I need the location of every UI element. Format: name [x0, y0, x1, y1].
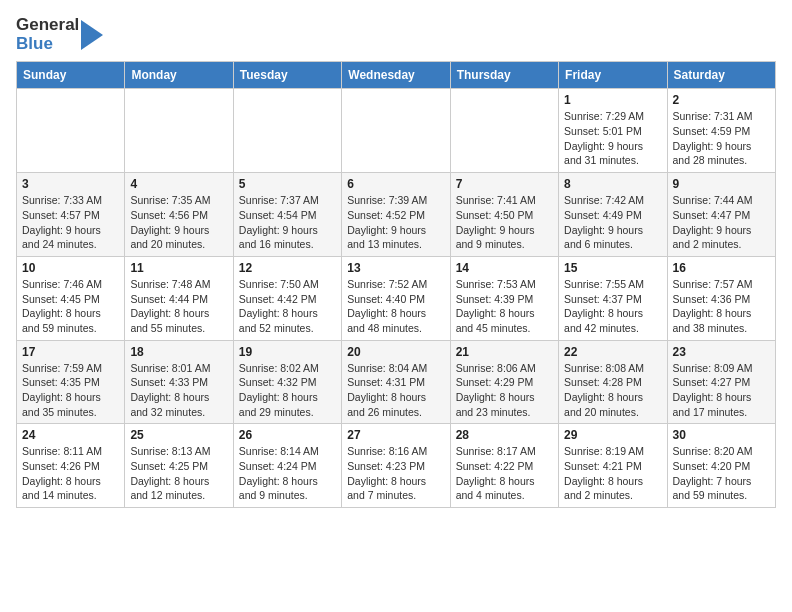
calendar-cell: 14Sunrise: 7:53 AMSunset: 4:39 PMDayligh… — [450, 256, 558, 340]
day-info: Sunrise: 8:09 AMSunset: 4:27 PMDaylight:… — [673, 361, 770, 420]
logo-arrow-icon — [81, 20, 103, 50]
weekday-header-row: SundayMondayTuesdayWednesdayThursdayFrid… — [17, 62, 776, 89]
day-number: 21 — [456, 345, 553, 359]
day-number: 5 — [239, 177, 336, 191]
calendar-cell: 4Sunrise: 7:35 AMSunset: 4:56 PMDaylight… — [125, 173, 233, 257]
day-info: Sunrise: 8:20 AMSunset: 4:20 PMDaylight:… — [673, 444, 770, 503]
day-info: Sunrise: 7:37 AMSunset: 4:54 PMDaylight:… — [239, 193, 336, 252]
logo-row: General Blue — [16, 16, 103, 53]
calendar-cell: 7Sunrise: 7:41 AMSunset: 4:50 PMDaylight… — [450, 173, 558, 257]
calendar-cell: 25Sunrise: 8:13 AMSunset: 4:25 PMDayligh… — [125, 424, 233, 508]
day-number: 7 — [456, 177, 553, 191]
weekday-header-saturday: Saturday — [667, 62, 775, 89]
day-info: Sunrise: 7:57 AMSunset: 4:36 PMDaylight:… — [673, 277, 770, 336]
logo-blue-text: Blue — [16, 35, 53, 54]
day-info: Sunrise: 8:14 AMSunset: 4:24 PMDaylight:… — [239, 444, 336, 503]
calendar-cell: 11Sunrise: 7:48 AMSunset: 4:44 PMDayligh… — [125, 256, 233, 340]
calendar-cell: 1Sunrise: 7:29 AMSunset: 5:01 PMDaylight… — [559, 89, 667, 173]
day-info: Sunrise: 8:06 AMSunset: 4:29 PMDaylight:… — [456, 361, 553, 420]
day-info: Sunrise: 7:41 AMSunset: 4:50 PMDaylight:… — [456, 193, 553, 252]
day-info: Sunrise: 7:31 AMSunset: 4:59 PMDaylight:… — [673, 109, 770, 168]
calendar-cell: 29Sunrise: 8:19 AMSunset: 4:21 PMDayligh… — [559, 424, 667, 508]
calendar-cell — [450, 89, 558, 173]
calendar-cell: 16Sunrise: 7:57 AMSunset: 4:36 PMDayligh… — [667, 256, 775, 340]
day-number: 30 — [673, 428, 770, 442]
calendar-table: SundayMondayTuesdayWednesdayThursdayFrid… — [16, 61, 776, 508]
calendar-cell: 24Sunrise: 8:11 AMSunset: 4:26 PMDayligh… — [17, 424, 125, 508]
calendar-cell: 3Sunrise: 7:33 AMSunset: 4:57 PMDaylight… — [17, 173, 125, 257]
day-number: 29 — [564, 428, 661, 442]
weekday-header-thursday: Thursday — [450, 62, 558, 89]
day-info: Sunrise: 7:29 AMSunset: 5:01 PMDaylight:… — [564, 109, 661, 168]
day-info: Sunrise: 7:52 AMSunset: 4:40 PMDaylight:… — [347, 277, 444, 336]
calendar-cell — [125, 89, 233, 173]
day-info: Sunrise: 7:42 AMSunset: 4:49 PMDaylight:… — [564, 193, 661, 252]
day-number: 16 — [673, 261, 770, 275]
day-number: 6 — [347, 177, 444, 191]
day-info: Sunrise: 8:04 AMSunset: 4:31 PMDaylight:… — [347, 361, 444, 420]
weekday-header-sunday: Sunday — [17, 62, 125, 89]
calendar-cell: 2Sunrise: 7:31 AMSunset: 4:59 PMDaylight… — [667, 89, 775, 173]
page-header: General Blue — [16, 16, 776, 53]
day-number: 24 — [22, 428, 119, 442]
calendar-cell: 20Sunrise: 8:04 AMSunset: 4:31 PMDayligh… — [342, 340, 450, 424]
calendar-cell — [342, 89, 450, 173]
calendar-cell: 9Sunrise: 7:44 AMSunset: 4:47 PMDaylight… — [667, 173, 775, 257]
calendar-cell: 15Sunrise: 7:55 AMSunset: 4:37 PMDayligh… — [559, 256, 667, 340]
day-number: 4 — [130, 177, 227, 191]
day-info: Sunrise: 7:48 AMSunset: 4:44 PMDaylight:… — [130, 277, 227, 336]
day-number: 27 — [347, 428, 444, 442]
logo-general-text: General — [16, 16, 79, 35]
calendar-week-5: 24Sunrise: 8:11 AMSunset: 4:26 PMDayligh… — [17, 424, 776, 508]
calendar-cell: 28Sunrise: 8:17 AMSunset: 4:22 PMDayligh… — [450, 424, 558, 508]
day-number: 8 — [564, 177, 661, 191]
day-info: Sunrise: 7:50 AMSunset: 4:42 PMDaylight:… — [239, 277, 336, 336]
day-number: 14 — [456, 261, 553, 275]
day-info: Sunrise: 8:01 AMSunset: 4:33 PMDaylight:… — [130, 361, 227, 420]
calendar-cell — [17, 89, 125, 173]
day-number: 28 — [456, 428, 553, 442]
day-info: Sunrise: 8:13 AMSunset: 4:25 PMDaylight:… — [130, 444, 227, 503]
calendar-cell: 17Sunrise: 7:59 AMSunset: 4:35 PMDayligh… — [17, 340, 125, 424]
day-number: 10 — [22, 261, 119, 275]
calendar-cell: 26Sunrise: 8:14 AMSunset: 4:24 PMDayligh… — [233, 424, 341, 508]
calendar-cell: 12Sunrise: 7:50 AMSunset: 4:42 PMDayligh… — [233, 256, 341, 340]
svg-marker-0 — [81, 20, 103, 50]
weekday-header-wednesday: Wednesday — [342, 62, 450, 89]
calendar-cell: 8Sunrise: 7:42 AMSunset: 4:49 PMDaylight… — [559, 173, 667, 257]
calendar-cell: 23Sunrise: 8:09 AMSunset: 4:27 PMDayligh… — [667, 340, 775, 424]
calendar-cell: 30Sunrise: 8:20 AMSunset: 4:20 PMDayligh… — [667, 424, 775, 508]
day-number: 2 — [673, 93, 770, 107]
day-info: Sunrise: 7:59 AMSunset: 4:35 PMDaylight:… — [22, 361, 119, 420]
day-number: 3 — [22, 177, 119, 191]
day-number: 1 — [564, 93, 661, 107]
day-info: Sunrise: 8:17 AMSunset: 4:22 PMDaylight:… — [456, 444, 553, 503]
day-info: Sunrise: 8:11 AMSunset: 4:26 PMDaylight:… — [22, 444, 119, 503]
day-number: 11 — [130, 261, 227, 275]
day-info: Sunrise: 7:39 AMSunset: 4:52 PMDaylight:… — [347, 193, 444, 252]
calendar-cell: 18Sunrise: 8:01 AMSunset: 4:33 PMDayligh… — [125, 340, 233, 424]
day-info: Sunrise: 8:02 AMSunset: 4:32 PMDaylight:… — [239, 361, 336, 420]
day-info: Sunrise: 7:35 AMSunset: 4:56 PMDaylight:… — [130, 193, 227, 252]
day-info: Sunrise: 7:53 AMSunset: 4:39 PMDaylight:… — [456, 277, 553, 336]
calendar-cell: 21Sunrise: 8:06 AMSunset: 4:29 PMDayligh… — [450, 340, 558, 424]
day-info: Sunrise: 8:08 AMSunset: 4:28 PMDaylight:… — [564, 361, 661, 420]
logo: General Blue — [16, 16, 103, 53]
day-number: 18 — [130, 345, 227, 359]
day-info: Sunrise: 7:46 AMSunset: 4:45 PMDaylight:… — [22, 277, 119, 336]
day-number: 13 — [347, 261, 444, 275]
day-number: 12 — [239, 261, 336, 275]
calendar-cell — [233, 89, 341, 173]
calendar-week-3: 10Sunrise: 7:46 AMSunset: 4:45 PMDayligh… — [17, 256, 776, 340]
calendar-week-1: 1Sunrise: 7:29 AMSunset: 5:01 PMDaylight… — [17, 89, 776, 173]
day-number: 25 — [130, 428, 227, 442]
calendar-week-4: 17Sunrise: 7:59 AMSunset: 4:35 PMDayligh… — [17, 340, 776, 424]
calendar-cell: 6Sunrise: 7:39 AMSunset: 4:52 PMDaylight… — [342, 173, 450, 257]
calendar-cell: 10Sunrise: 7:46 AMSunset: 4:45 PMDayligh… — [17, 256, 125, 340]
day-info: Sunrise: 7:55 AMSunset: 4:37 PMDaylight:… — [564, 277, 661, 336]
weekday-header-tuesday: Tuesday — [233, 62, 341, 89]
day-number: 20 — [347, 345, 444, 359]
calendar-cell: 27Sunrise: 8:16 AMSunset: 4:23 PMDayligh… — [342, 424, 450, 508]
calendar-week-2: 3Sunrise: 7:33 AMSunset: 4:57 PMDaylight… — [17, 173, 776, 257]
day-number: 15 — [564, 261, 661, 275]
